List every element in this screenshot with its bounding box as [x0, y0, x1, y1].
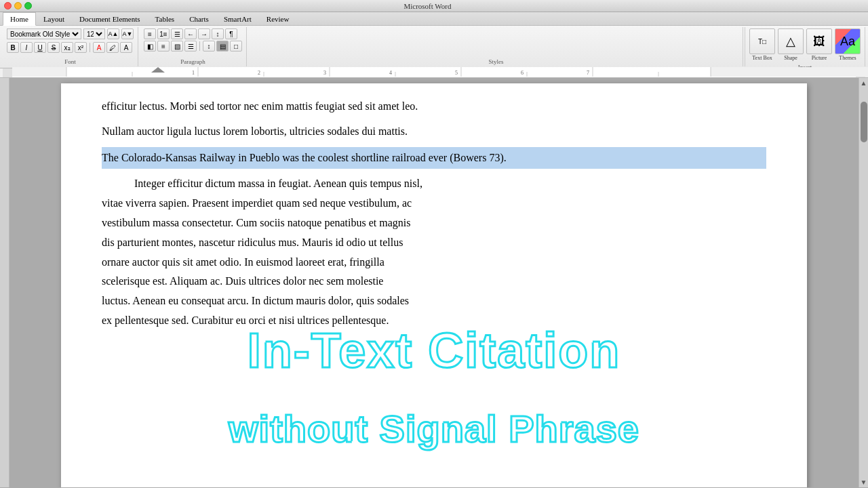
picture-btn[interactable]: 🖼 [806, 28, 832, 54]
title-bar: Microsoft Word [0, 0, 868, 12]
shape-label: Shape [784, 55, 797, 61]
right-scrollbar[interactable]: ▲ ▼ [859, 78, 868, 487]
decrease-font-btn[interactable]: A▼ [121, 28, 134, 39]
paragraph-selected[interactable]: The Colorado-Kansas Railway in Pueblo wa… [102, 147, 766, 169]
svg-text:4: 4 [389, 70, 392, 76]
title-bar-left [4, 2, 32, 9]
font-color-btn[interactable]: A [93, 42, 105, 53]
svg-text:3: 3 [323, 70, 326, 76]
tab-review[interactable]: Review [259, 12, 297, 25]
underline-btn[interactable]: U [34, 42, 46, 53]
sep1 [90, 43, 90, 52]
paragraph-group: ≡ 1≡ ☰ ← → ↕ ¶ ◧ ≡ ▧ ☰ ↕ ▤ □ [140, 27, 247, 66]
font-family-select[interactable]: Bookmark Old Style [7, 28, 81, 39]
align-left-btn[interactable]: ◧ [144, 41, 156, 52]
format-row: B I U S x₂ x² A 🖊 A [7, 42, 132, 53]
bold-btn[interactable]: B [7, 42, 19, 53]
font-size-select[interactable]: 12 [83, 28, 105, 39]
text-box-btn[interactable]: T□ [749, 28, 775, 54]
left-scrollbar [0, 78, 9, 487]
paragraph-2-text: Nullam auctor ligula luctus lorem lobort… [102, 125, 408, 137]
text-box-label: Text Box [752, 55, 772, 61]
ribbon-tabs: Home Layout Document Elements Tables Cha… [0, 12, 868, 26]
themes-label: Themes [839, 55, 856, 61]
minimize-btn[interactable] [14, 2, 22, 9]
document-page: efficitur lectus. Morbi sed tortor nec e… [61, 83, 807, 487]
close-btn[interactable] [4, 2, 12, 9]
ruler-inner: 1 2 3 4 5 6 7 [12, 68, 856, 77]
indent-increase-btn[interactable]: → [198, 28, 210, 39]
main-area: efficitur lectus. Morbi sed tortor nec e… [0, 78, 868, 487]
increase-font-btn[interactable]: A▲ [107, 28, 119, 39]
svg-text:2: 2 [258, 70, 260, 76]
italic-btn[interactable]: I [20, 42, 33, 53]
subscript-btn[interactable]: x₂ [61, 42, 73, 53]
paragraph-group-label: Paragraph [144, 57, 242, 65]
sort-btn[interactable]: ↕ [212, 28, 224, 39]
scrollbar-down-btn[interactable]: ▼ [859, 477, 868, 487]
numbering-btn[interactable]: 1≡ [157, 28, 170, 39]
sep2 [199, 41, 200, 51]
svg-text:5: 5 [455, 70, 458, 76]
shading-btn[interactable]: ▤ [216, 41, 229, 52]
scrollbar-up-btn[interactable]: ▲ [859, 78, 868, 88]
window-controls[interactable] [4, 2, 32, 9]
borders-btn[interactable]: □ [230, 41, 242, 52]
indent-decrease-btn[interactable]: ← [184, 28, 197, 39]
paragraph-selected-text: The Colorado-Kansas Railway in Pueblo wa… [102, 152, 507, 163]
paragraph-2: Nullam auctor ligula luctus lorem lobort… [102, 122, 766, 142]
insert-group: T□ Text Box △ Shape 🖼 Picture Aa Themes … [745, 27, 865, 66]
font-group-label: Font [7, 57, 134, 65]
justify-btn[interactable]: ☰ [184, 41, 197, 52]
align-right-btn[interactable]: ▧ [171, 41, 183, 52]
app-title: Microsoft Word [403, 2, 451, 10]
text-effects-btn[interactable]: A [120, 42, 132, 53]
picture-label: Picture [812, 55, 827, 61]
font-row: Bookmark Old Style 12 A▲ A▼ [7, 28, 134, 39]
tab-smartart[interactable]: SmartArt [216, 12, 259, 25]
font-group: Bookmark Old Style 12 A▲ A▼ B I U S x₂ x… [3, 27, 138, 66]
outline-btn[interactable]: ☰ [171, 28, 183, 39]
line-spacing-btn[interactable]: ↕ [203, 41, 215, 52]
maximize-btn[interactable] [24, 2, 32, 9]
paragraph-4: Integer efficitur dictum massa in feugia… [102, 174, 766, 330]
ruler: 1 2 3 4 5 6 7 [0, 68, 868, 78]
strikethrough-btn[interactable]: S [47, 42, 60, 53]
svg-text:6: 6 [521, 70, 524, 76]
tab-charts[interactable]: Charts [182, 12, 216, 25]
tab-layout[interactable]: Layout [36, 12, 72, 25]
show-marks-btn[interactable]: ¶ [225, 28, 237, 39]
bullets-btn[interactable]: ≡ [144, 28, 156, 39]
paragraph-1-text: efficitur lectus. Morbi sed tortor nec e… [102, 100, 418, 112]
styles-group-label: Styles [252, 57, 740, 65]
svg-text:7: 7 [587, 70, 589, 76]
align-center-btn[interactable]: ≡ [157, 41, 170, 52]
paragraph-1: efficitur lectus. Morbi sed tortor nec e… [102, 97, 766, 117]
tab-home[interactable]: Home [3, 12, 36, 26]
shape-btn[interactable]: △ [778, 28, 804, 54]
document-area: efficitur lectus. Morbi sed tortor nec e… [9, 78, 859, 487]
watermark-line2: without Signal Phrase [129, 395, 739, 464]
ribbon: Bookmark Old Style 12 A▲ A▼ B I U S x₂ x… [0, 26, 868, 68]
tab-document-elements[interactable]: Document Elements [72, 12, 148, 25]
highlight-btn[interactable]: 🖊 [106, 42, 119, 53]
superscript-btn[interactable]: x² [75, 42, 87, 53]
themes-btn[interactable]: Aa [835, 28, 861, 54]
scrollbar-thumb[interactable] [861, 102, 867, 142]
svg-text:1: 1 [192, 70, 195, 76]
styles-group: AaBbCcDd Normal AaBbCcDd No Spacing AaBb… [248, 27, 743, 66]
tab-tables[interactable]: Tables [148, 12, 182, 25]
